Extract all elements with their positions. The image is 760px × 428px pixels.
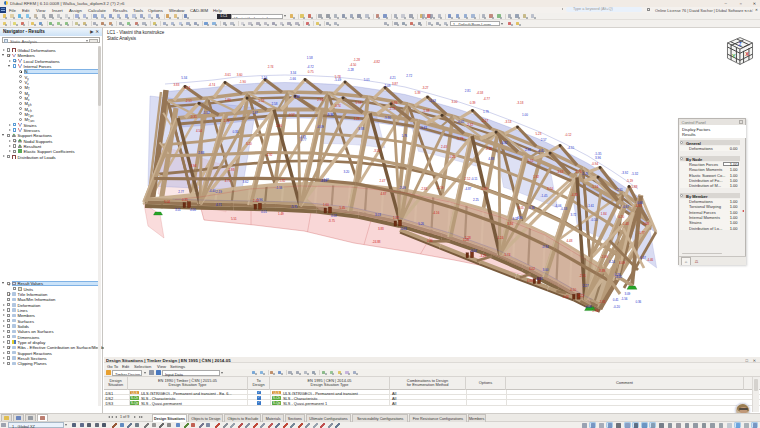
svg-text:-4.95: -4.95 [635, 203, 642, 207]
svg-text:-1.68: -1.68 [293, 94, 300, 98]
svg-text:-4.77: -4.77 [483, 96, 490, 100]
svg-text:-4.45: -4.45 [537, 148, 544, 152]
svg-text:3.34: 3.34 [290, 71, 296, 75]
svg-text:-0.10: -0.10 [591, 217, 598, 221]
svg-text:1.00: 1.00 [522, 112, 528, 116]
svg-text:1.58: 1.58 [307, 55, 313, 59]
svg-text:-1.43: -1.43 [622, 221, 629, 225]
svg-text:-1.90: -1.90 [239, 79, 246, 83]
svg-text:-1.52: -1.52 [203, 110, 210, 114]
svg-text:-3.32: -3.32 [511, 216, 518, 220]
svg-text:3.83: 3.83 [174, 83, 180, 87]
svg-text:5.51: 5.51 [231, 217, 237, 221]
svg-text:2.47: 2.47 [380, 178, 386, 182]
svg-text:-2.31: -2.31 [579, 274, 586, 278]
svg-text:-0.67: -0.67 [622, 205, 629, 209]
svg-text:-1.28: -1.28 [347, 67, 354, 71]
svg-text:4.87: 4.87 [381, 192, 387, 196]
svg-text:3.01: 3.01 [175, 208, 181, 212]
svg-text:-4.82: -4.82 [373, 60, 380, 64]
svg-text:-2.81: -2.81 [599, 299, 606, 303]
svg-text:-0.21: -0.21 [449, 155, 456, 159]
svg-text:-5.30: -5.30 [384, 116, 391, 120]
svg-text:3.62: 3.62 [242, 180, 248, 184]
svg-text:-0.74: -0.74 [334, 104, 341, 108]
svg-text:2.22: 2.22 [578, 294, 584, 298]
svg-text:1.56: 1.56 [261, 76, 267, 80]
svg-text:-0.57: -0.57 [288, 112, 295, 116]
svg-text:0.41: 0.41 [613, 297, 619, 301]
svg-text:4.54: 4.54 [196, 129, 202, 133]
svg-text:-0.88: -0.88 [642, 222, 649, 226]
svg-text:-1.24: -1.24 [497, 236, 504, 240]
svg-text:-0.43: -0.43 [420, 125, 427, 129]
svg-text:5.04: 5.04 [164, 200, 170, 204]
svg-text:4.71: 4.71 [216, 203, 222, 207]
svg-text:0.35: 0.35 [233, 129, 239, 133]
svg-text:-5.49: -5.49 [334, 78, 341, 82]
svg-text:-4.55: -4.55 [567, 145, 574, 149]
svg-text:1.92: 1.92 [533, 174, 539, 178]
svg-text:-2.81: -2.81 [421, 187, 428, 191]
svg-text:-3.18: -3.18 [517, 101, 524, 105]
svg-text:3.20: 3.20 [246, 142, 252, 146]
svg-text:0.36: 0.36 [635, 300, 641, 304]
svg-text:2.81: 2.81 [465, 88, 471, 92]
svg-text:0.06: 0.06 [586, 304, 592, 308]
svg-text:-0.34: -0.34 [542, 244, 549, 248]
svg-text:-3.25: -3.25 [479, 253, 486, 257]
svg-text:2.75: 2.75 [224, 119, 230, 123]
svg-text:-2.09: -2.09 [601, 254, 608, 258]
svg-text:4.48: 4.48 [567, 239, 573, 243]
svg-text:X: X [745, 51, 749, 57]
svg-text:2.93: 2.93 [525, 148, 531, 152]
svg-text:-2.17: -2.17 [481, 119, 488, 123]
svg-text:0.04: 0.04 [471, 248, 477, 252]
svg-text:2.88: 2.88 [198, 151, 204, 155]
svg-text:0.35: 0.35 [182, 197, 188, 201]
svg-text:1.60: 1.60 [323, 203, 329, 207]
svg-text:2.25: 2.25 [473, 197, 479, 201]
svg-text:1.84: 1.84 [601, 211, 607, 215]
svg-text:5.55: 5.55 [528, 158, 534, 162]
svg-text:5.23: 5.23 [536, 132, 542, 136]
svg-text:2.94: 2.94 [317, 97, 323, 101]
svg-text:-5.73: -5.73 [291, 204, 298, 208]
svg-text:2.09: 2.09 [384, 84, 390, 88]
svg-text:0.20: 0.20 [618, 215, 624, 219]
svg-text:2.66: 2.66 [276, 124, 282, 128]
svg-text:3.00: 3.00 [452, 100, 458, 104]
svg-text:-0.94: -0.94 [591, 161, 598, 165]
svg-text:3.87: 3.87 [392, 82, 398, 86]
svg-text:2.58: 2.58 [272, 102, 278, 106]
svg-text:-0.11: -0.11 [471, 177, 478, 181]
svg-text:5.26: 5.26 [418, 221, 424, 225]
svg-text:-5.52: -5.52 [258, 98, 265, 102]
svg-text:5.86: 5.86 [392, 100, 398, 104]
svg-text:-5.16: -5.16 [591, 184, 598, 188]
svg-text:Z: Z [739, 41, 742, 46]
svg-text:1.76: 1.76 [401, 133, 407, 137]
svg-text:-4.74: -4.74 [208, 82, 215, 86]
svg-text:-3.50: -3.50 [373, 149, 380, 153]
svg-text:-5.79: -5.79 [457, 136, 464, 140]
svg-text:-1.76: -1.76 [581, 171, 588, 175]
svg-text:-4.16: -4.16 [432, 211, 439, 215]
svg-text:1.67: 1.67 [252, 110, 258, 114]
svg-text:-5.38: -5.38 [423, 109, 430, 113]
svg-text:-2.63: -2.63 [429, 98, 436, 102]
svg-text:-5.88: -5.88 [631, 185, 638, 189]
svg-text:-2.32: -2.32 [466, 123, 473, 127]
svg-text:-2.19: -2.19 [215, 190, 222, 194]
svg-text:-0.33: -0.33 [560, 206, 567, 210]
svg-text:-1.16: -1.16 [275, 186, 282, 190]
svg-text:2.74: 2.74 [268, 65, 274, 69]
svg-text:2.42: 2.42 [253, 199, 259, 203]
svg-text:-1.56: -1.56 [621, 296, 628, 300]
svg-text:-1.45: -1.45 [541, 193, 548, 197]
svg-text:-2.09: -2.09 [399, 186, 406, 190]
svg-text:-5.54: -5.54 [355, 101, 362, 105]
svg-text:-1.19: -1.19 [437, 185, 444, 189]
svg-text:1.28: 1.28 [463, 238, 469, 242]
svg-text:-3.63: -3.63 [556, 170, 563, 174]
